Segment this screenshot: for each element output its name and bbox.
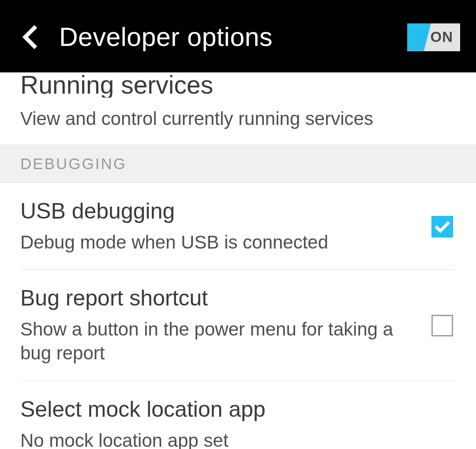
- app-header: Developer options ON: [0, 0, 476, 74]
- list-item-usb-debugging[interactable]: USB debugging Debug mode when USB is con…: [20, 183, 456, 270]
- back-icon[interactable]: [18, 24, 43, 50]
- item-title: Running services: [20, 72, 456, 98]
- item-text: Select mock location app No mock locatio…: [20, 397, 456, 449]
- settings-list: USB debugging Debug mode when USB is con…: [0, 183, 476, 449]
- item-title: Bug report shortcut: [20, 286, 414, 311]
- list-item-mock-location[interactable]: Select mock location app No mock locatio…: [20, 381, 456, 449]
- section-header-debugging: DEBUGGING: [0, 144, 476, 183]
- item-subtitle: View and control currently running servi…: [20, 108, 456, 129]
- item-subtitle: Show a button in the power menu for taki…: [20, 317, 414, 366]
- header-left: Developer options: [18, 22, 273, 52]
- item-title: Select mock location app: [20, 397, 438, 423]
- check-icon: [435, 220, 450, 233]
- toggle-label: ON: [431, 29, 454, 45]
- list-item-bug-report-shortcut[interactable]: Bug report shortcut Show a button in the…: [20, 270, 456, 381]
- item-text: Bug report shortcut Show a button in the…: [20, 286, 431, 366]
- content-area: Running services View and control curren…: [0, 72, 476, 449]
- master-toggle[interactable]: ON: [407, 23, 460, 51]
- checkbox-bug-report[interactable]: [431, 315, 453, 336]
- item-subtitle: No mock location app set: [20, 429, 438, 449]
- page-title: Developer options: [59, 22, 273, 52]
- toggle-indicator: [407, 23, 431, 51]
- item-subtitle: Debug mode when USB is connected: [20, 230, 414, 255]
- checkbox-usb-debugging[interactable]: [431, 216, 453, 238]
- list-item-running-services[interactable]: Running services View and control curren…: [0, 72, 476, 144]
- item-title: USB debugging: [20, 199, 414, 224]
- item-text: USB debugging Debug mode when USB is con…: [20, 199, 431, 254]
